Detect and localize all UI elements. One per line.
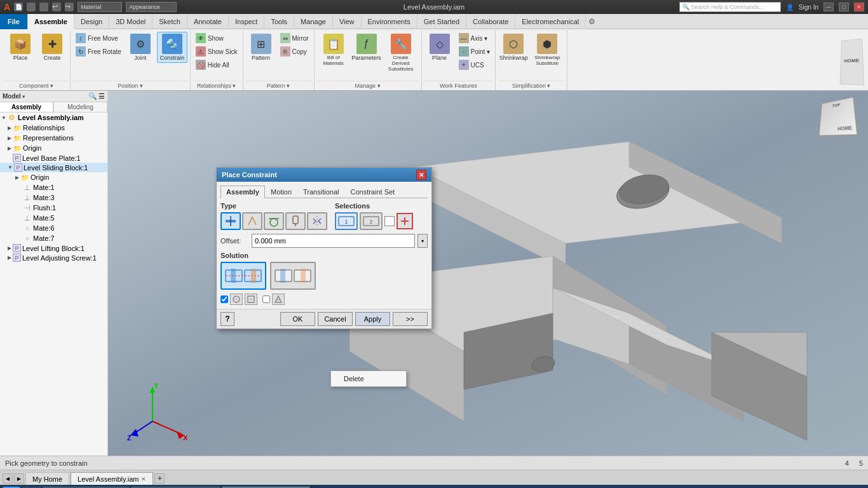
option-icon-2[interactable] [245, 294, 257, 305]
create-derived-btn[interactable]: 🔧 Create DerivedSubstitutes [383, 32, 419, 74]
quick-access-undo[interactable]: ↩ [52, 3, 61, 11]
option-icon-3[interactable] [272, 294, 285, 305]
dtab-transitional[interactable]: Transitional [297, 186, 344, 198]
tree-item-representations[interactable]: ▶ 📁 Representations [0, 133, 107, 143]
type-btn-angle[interactable] [242, 212, 262, 230]
tab-level-assembly[interactable]: Level Assembly.iam ✕ [71, 472, 153, 485]
expand-sb-origin[interactable]: ▶ [15, 175, 19, 180]
hide-all-btn[interactable]: 🚫 Hide All [193, 58, 240, 71]
offset-input[interactable] [252, 234, 415, 248]
window-maximize-btn[interactable]: □ [839, 3, 849, 11]
tree-item-relationships[interactable]: ▶ 📁 Relationships [0, 123, 107, 133]
tree-item-mate7[interactable]: ○ Mate:7 [0, 233, 107, 243]
ctx-delete[interactable]: Delete [331, 372, 406, 385]
option-checkbox-1[interactable] [220, 295, 228, 303]
shrinkwrap-btn[interactable]: ⬡ Shrinkwrap [498, 32, 529, 63]
tab-close-btn[interactable]: ✕ [141, 476, 146, 482]
quick-access-redo[interactable]: ↪ [65, 3, 74, 11]
type-btn-tangent[interactable] [264, 212, 284, 230]
dialog-close-btn[interactable]: ✕ [416, 170, 426, 180]
tab-nav-right[interactable]: ▶ [14, 473, 24, 484]
show-sick-btn[interactable]: ⚠ Show Sick [193, 45, 240, 58]
search-help-commands[interactable]: 🔍 Search Help & Commands... [679, 2, 781, 12]
selection1-btn[interactable]: 1 [335, 212, 358, 230]
dtab-constraint-set[interactable]: Constraint Set [344, 186, 400, 198]
axis-btn[interactable]: — Axis ▾ [456, 32, 493, 44]
tab-nav-left[interactable]: ◀ [3, 473, 13, 484]
dialog-help-btn[interactable]: ? [220, 312, 234, 326]
tab-view[interactable]: View [333, 14, 362, 29]
tree-item-adjscrew[interactable]: ▶ P Level Adjusting Screw:1 [0, 253, 107, 262]
tab-tools[interactable]: Tools [264, 14, 294, 29]
plane-btn[interactable]: ◇ Plane [424, 32, 455, 63]
point-btn[interactable]: · Point ▾ [456, 45, 493, 58]
option-icon-1[interactable] [230, 294, 243, 305]
solution-btn-2[interactable] [270, 262, 316, 290]
material-dropdown[interactable]: Material [78, 2, 122, 12]
dtab-motion[interactable]: Motion [265, 186, 297, 198]
tree-item-liftingblock[interactable]: ▶ P Level Lifting Block:1 [0, 243, 107, 253]
quick-access-new[interactable]: 📄 [14, 3, 23, 11]
tree-item-root[interactable]: ▼ ⚙ Level Assembly.iam [0, 112, 107, 123]
copy-btn[interactable]: ⎘ Copy [278, 45, 311, 58]
tree-item-flush1[interactable]: ⊣ Flush:1 [0, 203, 107, 213]
expand-origin[interactable]: ▶ [8, 146, 11, 151]
place-btn[interactable]: 📦 Place [5, 32, 36, 63]
quick-access-save[interactable] [39, 3, 48, 11]
bom-btn[interactable]: 📋 Bill ofMaterials [317, 32, 350, 68]
expand-slidingblock[interactable]: ▼ [8, 165, 13, 170]
dtab-assembly[interactable]: Assembly [220, 186, 265, 198]
tree-item-sb-origin[interactable]: ▶ 📁 Origin [0, 172, 107, 182]
viewcube[interactable]: TOP HOME [811, 97, 862, 148]
pattern-btn[interactable]: ⊞ Pattern [246, 32, 276, 63]
tree-item-mate1[interactable]: ⊥ Mate:1 [0, 182, 107, 193]
tab-annotate[interactable]: Annotate [187, 14, 229, 29]
tab-modeling[interactable]: Modeling [54, 102, 107, 112]
appearance-dropdown[interactable]: Appearance [126, 2, 177, 12]
tab-electromechanical[interactable]: Electromechanical [515, 14, 586, 29]
tab-environments[interactable]: Environments [362, 14, 417, 29]
place-constraint-dialog[interactable]: Place Constraint ✕ Assembly Motion Trans… [216, 167, 432, 329]
ribbon-more-btn[interactable]: ⚙ [588, 17, 595, 26]
view-home-cube[interactable]: HOME [840, 38, 865, 85]
tab-file[interactable]: File [0, 14, 28, 29]
solution-btn-1[interactable] [220, 262, 266, 290]
constrain-btn[interactable]: 🔩 Constrain [157, 32, 187, 63]
3d-viewport[interactable]: Y X Z TOP HOME Delete [108, 91, 868, 456]
shrinkwrap-substitute-btn[interactable]: ⬢ ShrinkwrapSubstitute [530, 32, 564, 68]
dialog-apply-btn[interactable]: Apply [355, 312, 390, 326]
window-close-btn[interactable]: ✕ [854, 3, 864, 11]
tab-my-home[interactable]: My Home [25, 472, 69, 485]
mirror-btn[interactable]: ⇔ Mirror [278, 32, 311, 44]
create-btn[interactable]: ✚ Create [37, 32, 67, 63]
tab-assemble[interactable]: Assemble [28, 14, 74, 29]
free-move-btn[interactable]: ↕ Free Move [73, 32, 124, 44]
type-btn-symmetry[interactable] [307, 212, 327, 230]
offset-stepper[interactable]: ▾ [417, 234, 428, 248]
quick-access-open[interactable] [27, 3, 36, 11]
model-search-btn[interactable]: 🔍 [88, 92, 97, 100]
tree-item-mate5[interactable]: ⊥ Mate:5 [0, 213, 107, 223]
free-rotate-btn[interactable]: ↻ Free Rotate [73, 45, 124, 58]
model-menu-btn[interactable]: ☰ [98, 92, 105, 100]
dialog-more-btn[interactable]: >> [393, 312, 428, 326]
ucs-btn[interactable]: ⌖ UCS [456, 58, 493, 71]
dialog-ok-btn[interactable]: OK [280, 312, 315, 326]
tab-assembly[interactable]: Assembly [0, 102, 53, 112]
window-minimize-btn[interactable]: ─ [824, 3, 834, 11]
joint-btn[interactable]: ⚙ Joint [125, 32, 156, 63]
tab-inspect[interactable]: Inspect [229, 14, 264, 29]
expand-root[interactable]: ▼ [1, 115, 6, 121]
dialog-cancel-btn[interactable]: Cancel [318, 312, 353, 326]
tab-design[interactable]: Design [74, 14, 109, 29]
expand-representations[interactable]: ▶ [8, 135, 11, 141]
tree-item-mate3[interactable]: ⊥ Mate:3 [0, 193, 107, 203]
tree-item-slidingblock[interactable]: ▼ P Level Sliding Block:1 [0, 163, 107, 172]
selections-checkbox[interactable] [384, 216, 395, 226]
tab-getstarted[interactable]: Get Started [417, 14, 466, 29]
show-btn[interactable]: 👁 Show [193, 32, 240, 44]
type-btn-mate[interactable] [220, 212, 241, 230]
selection2-btn[interactable]: 2 [360, 212, 383, 230]
sign-in-link[interactable]: Sign In [799, 4, 818, 11]
type-btn-insert[interactable] [285, 212, 306, 230]
